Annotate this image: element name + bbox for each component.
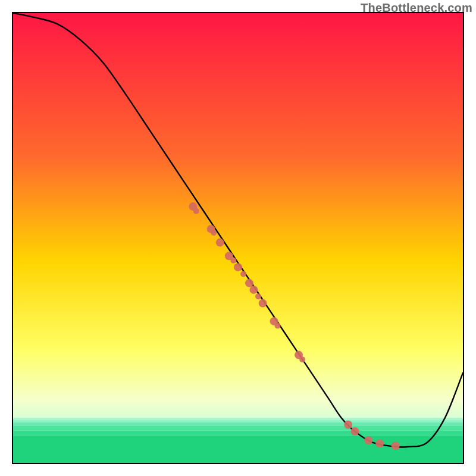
data-point <box>255 293 261 299</box>
watermark-text: TheBottleneck.com <box>361 1 472 15</box>
data-point <box>249 286 258 294</box>
plot-area <box>12 12 464 464</box>
data-point <box>230 258 236 264</box>
scatter-points <box>13 13 463 463</box>
data-point <box>259 299 267 308</box>
data-point <box>392 441 400 450</box>
data-point <box>211 230 217 236</box>
data-point <box>275 322 281 328</box>
data-point <box>364 436 372 444</box>
data-point <box>351 427 359 436</box>
data-point <box>344 421 352 429</box>
data-point <box>193 208 199 214</box>
data-point <box>234 263 242 271</box>
data-point <box>240 271 246 277</box>
data-point <box>245 279 253 287</box>
data-point <box>216 239 224 247</box>
data-point <box>299 356 305 362</box>
chart-container: TheBottleneck.com <box>0 0 476 476</box>
data-point <box>375 440 384 448</box>
